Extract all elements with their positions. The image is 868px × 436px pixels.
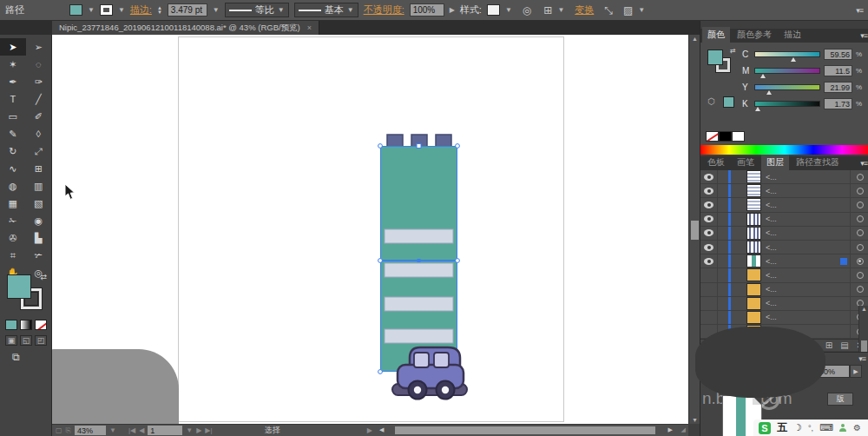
M-slider[interactable] [754, 68, 820, 74]
stroke-color-swatch[interactable] [100, 4, 113, 16]
panels-tab-0[interactable]: 色板 [702, 155, 730, 170]
keyboard-icon[interactable]: ⌨ [819, 422, 833, 433]
screen-mode-button[interactable]: ⧉ [12, 351, 20, 363]
panels-tab-3[interactable]: 路径查找器 [791, 155, 845, 170]
layer-thumbnail[interactable] [747, 214, 760, 225]
draw-normal-button[interactable]: ▣ [5, 335, 17, 346]
layer-name[interactable]: <... [766, 299, 850, 307]
visibility-toggle[interactable] [700, 283, 718, 296]
layer-row[interactable]: <... [700, 297, 868, 311]
layer-thumbnail[interactable] [747, 241, 760, 253]
slider-marker[interactable] [760, 71, 766, 78]
line-segment-tool[interactable]: ╱ [26, 90, 52, 108]
canvas-area[interactable] [52, 35, 688, 424]
opacity-link[interactable]: 不透明度: [364, 3, 404, 17]
gradient-mode-button[interactable] [20, 320, 32, 330]
building-window[interactable] [385, 297, 453, 311]
panel-fill-proxy[interactable] [707, 50, 723, 65]
pencil-tool[interactable]: ✎ [0, 125, 26, 142]
symbol-sprayer-tool[interactable]: ✇ [0, 229, 26, 247]
ime-logo-icon[interactable]: S [759, 422, 771, 434]
paintbrush-tool[interactable]: ✐ [26, 108, 52, 125]
control-panel-menu-icon[interactable]: ▾≡ [856, 6, 863, 15]
new-layer-icon[interactable]: ▤ [840, 340, 848, 350]
layer-name[interactable]: <... [766, 271, 850, 280]
M-value-input[interactable]: 11.5 [824, 65, 852, 76]
vertical-scroll-thumb[interactable] [691, 221, 699, 240]
layer-thumbnail[interactable] [747, 284, 760, 295]
color-mode-button[interactable] [5, 320, 17, 330]
visibility-toggle[interactable] [700, 254, 718, 268]
color-tab-2[interactable]: 描边 [779, 27, 806, 43]
color-tab-1[interactable]: 颜色参考 [732, 27, 777, 43]
graph-tool[interactable]: ▥ [26, 177, 52, 195]
target-icon[interactable] [857, 229, 864, 236]
first-artboard-icon[interactable]: |◀ [128, 426, 135, 434]
slider-marker[interactable] [766, 88, 772, 95]
layer-row[interactable]: <... [700, 241, 868, 254]
Y-value-input[interactable]: 21.99 [824, 82, 852, 93]
perspective-grid-tool[interactable]: ⊞ [26, 160, 52, 177]
layer-name[interactable]: <... [766, 243, 850, 252]
building-window[interactable] [385, 263, 453, 277]
scroll-right-icon[interactable]: ▶ [668, 426, 673, 433]
slider-marker[interactable] [755, 104, 760, 111]
free-transform-tool[interactable]: ⤢ [26, 142, 52, 160]
target-column[interactable] [850, 227, 868, 240]
layer-row[interactable]: <... [700, 184, 868, 198]
panels-tab-2[interactable]: 图层 [761, 155, 789, 170]
color-menu-icon[interactable]: ▾≡ [860, 31, 867, 40]
stroke-width-dropdown-icon[interactable]: ▼ [213, 6, 220, 14]
horizontal-scroll-thumb[interactable] [395, 426, 655, 434]
visibility-toggle[interactable] [700, 227, 718, 240]
layer-name[interactable]: <... [766, 173, 850, 182]
close-tab-icon[interactable]: × [307, 23, 312, 32]
out-of-gamut-icon[interactable]: ⬡ [707, 96, 715, 106]
make-mask-button[interactable]: 版 [827, 393, 853, 406]
panels-tab-1[interactable]: 画笔 [732, 155, 760, 170]
width-profile-dropdown[interactable]: 等比▼ [225, 3, 289, 17]
stroke-width-input[interactable]: 3.479 pt [168, 3, 207, 17]
layer-row[interactable]: <... [700, 198, 868, 212]
stroke-width-stepper[interactable]: ▲▼ [157, 6, 162, 15]
layer-row[interactable]: <... [700, 283, 868, 297]
layer-thumbnail[interactable] [747, 255, 760, 267]
publish-icon[interactable]: ⎘ [66, 426, 71, 435]
color-spectrum-bar[interactable] [700, 145, 868, 155]
layers-scroll-up-icon[interactable]: ▲ [859, 306, 868, 312]
draw-inside-button[interactable]: ◰ [35, 335, 47, 346]
status-expand-icon[interactable]: ▶ [367, 426, 372, 434]
type-tool[interactable]: T [0, 90, 26, 108]
K-value-input[interactable]: 1.73 [824, 98, 852, 109]
artboard-tool[interactable]: ⌗ [0, 247, 26, 264]
panel-swap-icon[interactable]: ⇄ [730, 47, 736, 55]
blend-tool[interactable]: ◉ [26, 212, 52, 229]
lasso-tool[interactable]: ◌ [26, 56, 52, 73]
target-column[interactable] [850, 254, 868, 268]
curvature-tool[interactable]: ✑ [26, 73, 52, 90]
target-column[interactable] [850, 283, 868, 296]
draw-behind-button[interactable]: ◱ [20, 335, 32, 346]
swap-fill-stroke-icon[interactable]: ⇄ [40, 273, 47, 281]
target-column[interactable] [850, 170, 868, 183]
mesh-tool[interactable]: ▦ [0, 195, 26, 212]
stroke-dropdown-icon[interactable]: ▼ [118, 6, 125, 14]
artboard-dropdown-icon[interactable]: ▼ [186, 426, 193, 434]
align-dropdown-icon[interactable]: ▼ [557, 6, 564, 14]
zoom-dropdown-icon[interactable]: ▼ [109, 426, 116, 434]
C-value-input[interactable]: 59.56 [824, 49, 852, 60]
layer-row[interactable]: <... [700, 227, 868, 241]
align-objects-icon[interactable]: ⤡ [604, 4, 613, 17]
artboard-nav-icon[interactable]: ▢ [56, 426, 62, 434]
target-icon[interactable] [857, 201, 864, 208]
eyedropper-tool[interactable]: ✁ [0, 212, 26, 229]
eraser-tool[interactable]: ◊ [26, 125, 52, 142]
column-graph-tool[interactable]: ▙ [26, 229, 52, 247]
visibility-toggle[interactable] [700, 297, 718, 310]
layer-name[interactable]: <... [766, 313, 850, 321]
visibility-toggle[interactable] [700, 311, 718, 324]
style-dropdown-icon[interactable]: ▼ [505, 6, 512, 14]
rotate-tool[interactable]: ↻ [0, 142, 26, 160]
slice-tool[interactable]: ✃ [26, 247, 52, 264]
shape-builder-tool[interactable]: ◍ [0, 177, 26, 195]
